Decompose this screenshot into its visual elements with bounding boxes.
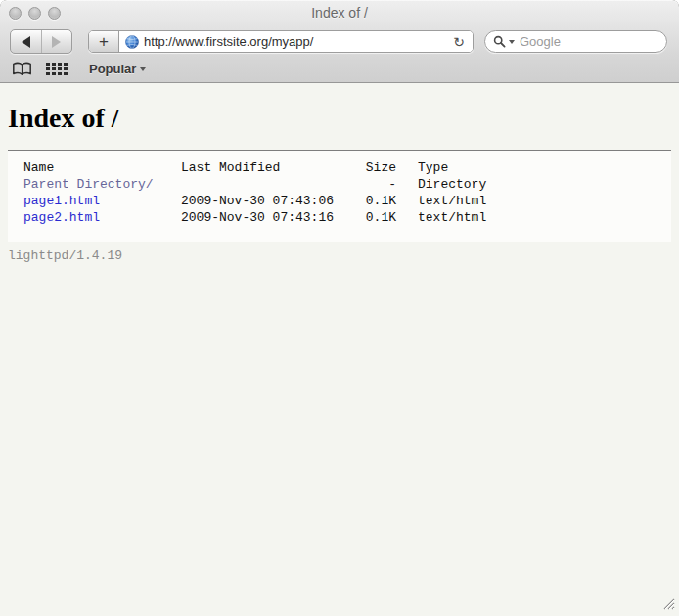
- show-all-bookmarks-button[interactable]: [12, 62, 32, 76]
- back-button[interactable]: [11, 30, 41, 53]
- url-input[interactable]: [144, 34, 446, 49]
- bookmarks-bar: Popular: [0, 57, 679, 81]
- bookmarks-folder-popular[interactable]: Popular: [89, 62, 146, 76]
- size-cell: 0.1K: [365, 193, 396, 209]
- directory-table: Name Last Modified Size Type Parent Dire…: [23, 159, 486, 226]
- top-sites-button[interactable]: [46, 62, 68, 76]
- column-header-name: Name: [23, 159, 181, 176]
- table-header-row: Name Last Modified Size Type: [23, 159, 486, 176]
- server-signature: lighttpd/1.4.19: [8, 248, 671, 263]
- column-header-modified: Last Modified: [181, 159, 365, 176]
- window-controls: [9, 7, 61, 20]
- modified-cell: 2009-Nov-30 07:43:06: [181, 193, 365, 209]
- search-options-caret-icon[interactable]: [509, 40, 515, 44]
- type-cell: text/html: [396, 209, 486, 226]
- add-bookmark-button[interactable]: +: [89, 31, 119, 52]
- column-header-type: Type: [396, 159, 486, 176]
- table-row: page1.html 2009-Nov-30 07:43:06 0.1K tex…: [23, 193, 486, 209]
- window-title: Index of /: [0, 0, 679, 26]
- modified-cell: 2009-Nov-30 07:43:16: [181, 209, 365, 226]
- back-icon: [22, 36, 30, 48]
- globe-favicon: [125, 35, 139, 49]
- search-field[interactable]: [484, 30, 667, 53]
- popular-label: Popular: [89, 62, 136, 76]
- plus-icon: +: [99, 32, 109, 52]
- grid-icon: [46, 62, 68, 76]
- type-cell: text/html: [396, 193, 486, 209]
- type-cell: Directory: [396, 176, 486, 193]
- address-field[interactable]: ↻: [119, 31, 473, 52]
- page2-link[interactable]: page2.html: [23, 210, 100, 225]
- address-bar-group: +: [88, 30, 474, 53]
- directory-listing-box: Name Last Modified Size Type Parent Dire…: [8, 150, 671, 242]
- resize-grip[interactable]: [659, 594, 675, 610]
- reload-icon[interactable]: ↻: [451, 35, 467, 49]
- minimize-button[interactable]: [28, 7, 41, 20]
- window-chrome: Index of / +: [0, 0, 679, 83]
- size-cell: 0.1K: [365, 209, 396, 226]
- forward-button[interactable]: [41, 30, 72, 53]
- title-bar[interactable]: Index of /: [0, 0, 679, 26]
- toolbar: +: [0, 26, 679, 57]
- column-header-size: Size: [365, 159, 396, 176]
- modified-cell: [181, 176, 365, 193]
- open-book-icon: [12, 62, 32, 76]
- table-row: Parent Directory/ - Directory: [23, 176, 486, 193]
- search-input[interactable]: [518, 33, 658, 50]
- size-cell: -: [365, 176, 396, 193]
- popular-caret-icon: [140, 67, 146, 71]
- search-icon: [493, 35, 506, 48]
- page-content: Index of / Name Last Modified Size Type …: [0, 83, 679, 616]
- forward-icon: [52, 36, 61, 48]
- page1-link[interactable]: page1.html: [23, 194, 100, 208]
- parent-directory-link[interactable]: Parent Directory/: [23, 177, 154, 192]
- table-row: page2.html 2009-Nov-30 07:43:16 0.1K tex…: [23, 209, 486, 226]
- nav-button-group: [10, 29, 72, 54]
- browser-window: Index of / +: [0, 0, 679, 616]
- zoom-button[interactable]: [48, 7, 61, 20]
- close-button[interactable]: [9, 7, 22, 20]
- page-title: Index of /: [8, 103, 671, 134]
